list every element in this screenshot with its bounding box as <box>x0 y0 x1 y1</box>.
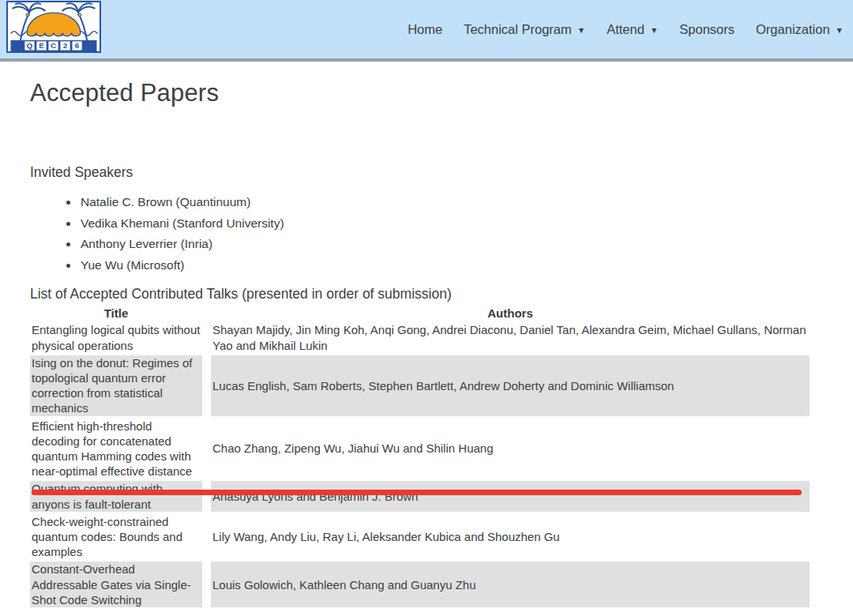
invited-speakers-list: Natalie C. Brown (Quantinuum) Vedika Khe… <box>30 192 821 276</box>
nav-item-home[interactable]: Home <box>408 22 442 37</box>
speaker-item: Natalie C. Brown (Quantinuum) <box>79 192 821 213</box>
talk-title-cell: Entangling logical qubits without physic… <box>30 322 202 352</box>
table-row: Efficient high-threshold decoding for co… <box>30 419 810 479</box>
main-nav: Home Technical Program ▼ Attend ▼ Sponso… <box>408 0 853 58</box>
nav-item-label: Organization <box>756 22 830 37</box>
table-row: Ising on the donut: Regimes of topologic… <box>30 355 810 416</box>
nav-item-label: Technical Program <box>464 22 572 37</box>
qec26-logo-icon: Q E C 2 6 <box>8 2 100 51</box>
speaker-item: Yue Wu (Microsoft) <box>79 255 821 276</box>
column-header-authors: Authors <box>211 306 810 320</box>
logo-letter: C <box>51 41 56 50</box>
speaker-item: Anthony Leverrier (Inria) <box>79 234 821 255</box>
nav-item-attend[interactable]: Attend ▼ <box>607 22 658 37</box>
table-row: Entangling logical qubits without physic… <box>30 322 810 352</box>
talk-title-cell: Check-weight-constrained quantum codes: … <box>30 514 202 560</box>
table-row: Quantum computing with anyons is fault-t… <box>30 481 810 511</box>
talk-authors-cell: Louis Golowich, Kathleen Chang and Guany… <box>211 562 810 607</box>
nav-item-label: Attend <box>607 22 644 37</box>
talk-authors-cell: Lucas English, Sam Roberts, Stephen Bart… <box>211 355 810 416</box>
talk-authors-cell: Lily Wang, Andy Liu, Ray Li, Aleksander … <box>211 514 810 560</box>
page-title: Accepted Papers <box>30 79 821 107</box>
qec26-logo[interactable]: Q E C 2 6 <box>6 1 101 53</box>
accepted-talks-heading: List of Accepted Contributed Talks (pres… <box>30 286 821 302</box>
table-row: Check-weight-constrained quantum codes: … <box>30 514 810 560</box>
talk-authors-cell: Shayan Majidy, Jin Ming Koh, Anqi Gong, … <box>211 322 810 352</box>
nav-item-organization[interactable]: Organization ▼ <box>756 22 844 37</box>
logo-letter: 6 <box>75 41 80 50</box>
talk-title-cell: Quantum computing with anyons is fault-t… <box>30 481 202 511</box>
chevron-down-icon: ▼ <box>577 26 585 35</box>
column-header-title: Title <box>30 306 202 320</box>
chevron-down-icon: ▼ <box>650 26 658 35</box>
talk-authors-cell: Chao Zhang, Zipeng Wu, Jiahui Wu and Shi… <box>211 419 810 479</box>
speaker-item: Vedika Khemani (Stanford University) <box>79 213 821 235</box>
nav-item-technical-program[interactable]: Technical Program ▼ <box>464 22 585 37</box>
invited-speakers-heading: Invited Speakers <box>30 164 821 181</box>
nav-item-label: Sponsors <box>679 22 735 37</box>
talk-title-cell: Efficient high-threshold decoding for co… <box>30 419 202 479</box>
nav-item-label: Home <box>408 22 442 37</box>
accepted-talks-table: Title Authors Entangling logical qubits … <box>21 304 818 610</box>
logo-letter: 2 <box>63 41 68 50</box>
table-row: Constant-Overhead Addressable Gates via … <box>30 562 810 607</box>
chevron-down-icon: ▼ <box>836 26 844 35</box>
nav-item-sponsors[interactable]: Sponsors <box>679 22 735 37</box>
talk-title-cell: Ising on the donut: Regimes of topologic… <box>30 355 202 416</box>
logo-banner: Q E C 2 6 <box>11 40 97 51</box>
sun-icon <box>27 13 81 36</box>
site-header: Q E C 2 6 Home Technical Program ▼ Atten… <box>0 0 853 62</box>
talk-title-cell: Constant-Overhead Addressable Gates via … <box>30 562 202 607</box>
logo-letter: Q <box>27 41 33 50</box>
talk-authors-cell: Anasuya Lyons and Benjamin J. Brown <box>211 481 810 511</box>
logo-letter: E <box>39 41 44 50</box>
red-underline-annotation <box>32 490 802 495</box>
main-content: Accepted Papers Invited Speakers Natalie… <box>0 79 853 610</box>
table-header-row: Title Authors <box>30 306 810 320</box>
